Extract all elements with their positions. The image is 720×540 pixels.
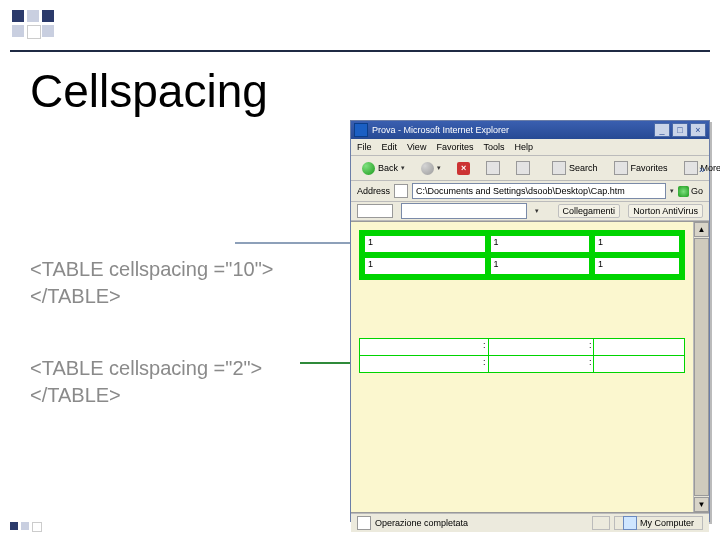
window-title: Prova - Microsoft Internet Explorer <box>372 125 509 135</box>
menu-favorites[interactable]: Favorites <box>436 142 473 152</box>
forward-button[interactable]: ▾ <box>416 158 446 178</box>
search-button[interactable]: Search <box>547 158 603 178</box>
menu-help[interactable]: Help <box>514 142 533 152</box>
scroll-thumb[interactable] <box>694 238 709 496</box>
table-cell: 1 <box>595 236 679 252</box>
search-icon <box>552 161 566 175</box>
vertical-scrollbar[interactable]: ▲ ▼ <box>693 222 709 512</box>
menu-edit[interactable]: Edit <box>382 142 398 152</box>
slide-accent-squares <box>12 10 54 37</box>
chevron-down-icon[interactable]: ▾ <box>670 187 674 195</box>
scroll-down-button[interactable]: ▼ <box>694 497 709 512</box>
menu-file[interactable]: File <box>357 142 372 152</box>
address-bar: Address ▾ Go <box>351 181 709 202</box>
table-cell: 1 <box>365 236 485 252</box>
go-label: Go <box>691 186 703 196</box>
code-snippet-cellspacing-2: <TABLE cellspacing ="2"> </TABLE> <box>30 355 262 409</box>
table-cell: : <box>489 356 594 372</box>
table-row: : : <box>360 356 684 372</box>
back-label: Back <box>378 163 398 173</box>
favorites-label: Favorites <box>631 163 668 173</box>
nav-toolbar: Back ▾ ▾ × Search Favorites More » <box>351 156 709 181</box>
star-icon <box>614 161 628 175</box>
favorites-button[interactable]: Favorites <box>609 158 673 178</box>
zone-panel: My Computer <box>614 516 703 530</box>
google-logo-icon <box>357 204 393 218</box>
refresh-button[interactable] <box>481 158 505 178</box>
title-rule <box>10 50 710 52</box>
code-line: <TABLE cellspacing ="10"> <box>30 256 273 283</box>
chevron-down-icon[interactable]: ▾ <box>535 207 539 215</box>
forward-icon <box>421 162 434 175</box>
code-line: <TABLE cellspacing ="2"> <box>30 355 262 382</box>
table-row: 1 1 1 <box>365 236 679 252</box>
address-label: Address <box>357 186 390 196</box>
table-cell: 1 <box>491 236 589 252</box>
table-cell <box>594 339 684 355</box>
my-computer-icon <box>623 516 637 530</box>
google-search-input[interactable] <box>401 203 527 219</box>
stop-button[interactable]: × <box>452 158 475 178</box>
menu-tools[interactable]: Tools <box>483 142 504 152</box>
demo-table-cellspacing-10: 1 1 1 1 1 1 <box>359 230 685 280</box>
menu-view[interactable]: View <box>407 142 426 152</box>
slide-footer-accent <box>10 522 42 532</box>
window-close-button[interactable]: × <box>690 123 706 137</box>
zone-label: My Computer <box>640 518 694 528</box>
chevron-down-icon: ▾ <box>401 164 405 172</box>
go-button[interactable]: Go <box>678 186 703 197</box>
page-content: 1 1 1 1 1 1 : : : : ▲ <box>351 221 709 513</box>
code-snippet-cellspacing-10: <TABLE cellspacing ="10"> </TABLE> <box>30 256 273 310</box>
status-text: Operazione completata <box>375 518 468 528</box>
table-row: : : <box>360 339 684 355</box>
address-input[interactable] <box>412 183 666 199</box>
status-panel <box>592 516 610 530</box>
browser-window: Prova - Microsoft Internet Explorer _ □ … <box>350 120 710 522</box>
table-cell: : <box>360 356 488 372</box>
back-icon <box>362 162 375 175</box>
table-cell: 1 <box>491 258 589 274</box>
home-icon <box>516 161 530 175</box>
status-bar: Operazione completata My Computer <box>351 513 709 532</box>
links-collegamenti[interactable]: Collegamenti <box>558 204 621 218</box>
table-row: 1 1 1 <box>365 258 679 274</box>
links-norton[interactable]: Norton AntiVirus <box>628 204 703 218</box>
links-bar: Google ▾ Collegamenti Norton AntiVirus <box>351 202 709 221</box>
scroll-up-button[interactable]: ▲ <box>694 222 709 237</box>
page-icon <box>394 184 408 198</box>
code-line: </TABLE> <box>30 283 273 310</box>
go-icon <box>678 186 689 197</box>
table-cell: : <box>360 339 488 355</box>
table-cell: : <box>489 339 594 355</box>
table-cell <box>594 356 684 372</box>
table-cell: 1 <box>365 258 485 274</box>
page-icon <box>357 516 371 530</box>
stop-icon: × <box>457 162 470 175</box>
ie-app-icon <box>354 123 368 137</box>
chevron-down-icon: ▾ <box>437 164 441 172</box>
home-button[interactable] <box>511 158 535 178</box>
window-titlebar[interactable]: Prova - Microsoft Internet Explorer _ □ … <box>351 121 709 139</box>
clock-icon <box>684 161 698 175</box>
slide-title: Cellspacing <box>30 64 268 118</box>
table-cell: 1 <box>595 258 679 274</box>
window-minimize-button[interactable]: _ <box>654 123 670 137</box>
toolbar-overflow-icon[interactable]: » <box>699 163 705 175</box>
search-label: Search <box>569 163 598 173</box>
back-button[interactable]: Back ▾ <box>357 158 410 178</box>
demo-table-cellspacing-2: : : : : <box>359 338 685 373</box>
menu-bar: File Edit View Favorites Tools Help <box>351 139 709 156</box>
code-line: </TABLE> <box>30 382 262 409</box>
refresh-icon <box>486 161 500 175</box>
window-maximize-button[interactable]: □ <box>672 123 688 137</box>
